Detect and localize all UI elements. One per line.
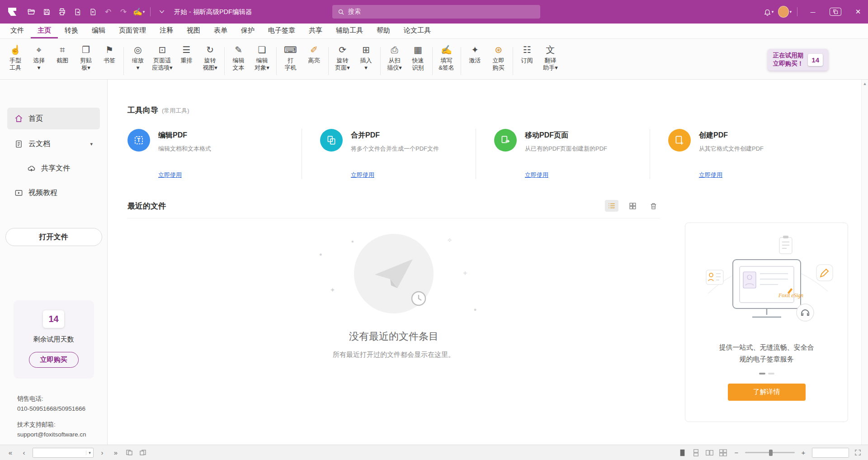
menu-esign[interactable]: 电子签章 — [261, 24, 302, 38]
prev-page-button[interactable]: ‹ — [19, 447, 29, 458]
print-icon[interactable] — [55, 5, 69, 19]
use-now-link[interactable]: 立即使用 — [158, 171, 182, 179]
grid-view-icon[interactable] — [626, 200, 639, 212]
snapshot-button[interactable]: ⌗截图 — [51, 43, 74, 65]
buy-now-button[interactable]: ⊛立即 购买 — [487, 43, 510, 73]
tool-card-move-pdf-pages[interactable]: 移动PDF页面 从已有的PDF页面创建新的PDF 立即使用 — [476, 129, 650, 179]
fill-sign-button[interactable]: ✍填写 &签名 — [435, 43, 458, 73]
hand-tool-button[interactable]: ☝手型 工具 — [4, 43, 27, 73]
select-tool-button[interactable]: ⌖选择 ▾ — [27, 43, 51, 73]
page-fit-icon: ⊡ — [158, 43, 166, 56]
quick-ocr-button[interactable]: ▦快速 识别 — [406, 43, 430, 73]
subscribe-button[interactable]: ☷订阅 — [515, 43, 539, 65]
list-view-icon[interactable] — [605, 200, 618, 212]
menu-protect[interactable]: 保护 — [234, 24, 261, 38]
menu-paper-tools[interactable]: 论文工具 — [397, 24, 438, 38]
typewriter-button[interactable]: ⌨打 字机 — [279, 43, 302, 73]
page-number-combobox[interactable]: ▾ — [33, 448, 94, 458]
highlight-button[interactable]: ✐高亮 — [302, 43, 326, 65]
sidebar-item-home[interactable]: 首页 — [7, 108, 100, 129]
sidebar-item-shared-files[interactable]: 共享文件 — [7, 158, 100, 178]
translate-assistant-button[interactable]: 文翻译 助手▾ — [539, 43, 562, 73]
zoom-level-box[interactable] — [812, 448, 849, 458]
ribbon-mode-icon[interactable] — [155, 5, 169, 19]
menu-comment[interactable]: 注释 — [153, 24, 180, 38]
reflow-button[interactable]: ☰重排 — [175, 43, 198, 65]
bookmark-button[interactable]: ⚑书签 — [98, 43, 121, 65]
save-icon[interactable] — [40, 5, 53, 19]
edit-object-button[interactable]: ❏编辑 对象▾ — [250, 43, 274, 73]
redo-icon[interactable]: ↷ — [117, 5, 130, 19]
menu-help[interactable]: 帮助 — [370, 24, 397, 38]
zoom-slider-thumb[interactable] — [769, 450, 773, 456]
page-fit-options-button[interactable]: ⊡页面适 应选项▾ — [150, 43, 175, 73]
previous-view-button[interactable] — [124, 447, 134, 458]
facing-view-icon[interactable] — [704, 447, 714, 458]
carousel-dot[interactable] — [768, 373, 774, 375]
minimize-button[interactable]: ─ — [803, 4, 823, 20]
zoom-level-input[interactable] — [812, 448, 849, 457]
sidebar-item-cloud-docs[interactable]: 云文档 ▾ — [7, 133, 100, 155]
notifications-bell-icon[interactable]: ▾ — [762, 5, 775, 19]
last-page-button[interactable]: » — [111, 447, 121, 458]
zoom-slider[interactable] — [745, 449, 795, 456]
trial-purchase-badge[interactable]: 正在试用期 立即购买！ 14 — [768, 49, 828, 71]
open-file-icon[interactable] — [24, 5, 38, 19]
close-button[interactable]: ✕ — [848, 4, 868, 20]
menu-page-organize[interactable]: 页面管理 — [112, 24, 153, 38]
menu-view[interactable]: 视图 — [180, 24, 207, 38]
tool-card-merge-pdf[interactable]: 合并PDF 将多个文件合并生成一个PDF文件 立即使用 — [302, 129, 476, 179]
use-now-link[interactable]: 立即使用 — [525, 171, 548, 179]
tool-card-title: 编辑PDF — [158, 131, 211, 140]
sidebar-buy-now-button[interactable]: 立即购买 — [29, 352, 79, 368]
from-scanner-button[interactable]: ⎙从扫 描仪▾ — [383, 43, 406, 73]
search-bar[interactable]: 搜索 — [332, 5, 540, 19]
share-doc-icon[interactable] — [86, 5, 99, 19]
carousel-dot[interactable] — [759, 373, 765, 375]
support-email-label: 技术支持邮箱: — [17, 420, 107, 430]
page-number-input[interactable] — [33, 448, 86, 457]
activate-button[interactable]: ✦激活 — [463, 43, 487, 65]
zoom-button[interactable]: ◎缩放 ▾ — [126, 43, 150, 73]
restore-window-button[interactable] — [826, 4, 845, 20]
next-view-button[interactable] — [138, 447, 148, 458]
use-now-link[interactable]: 立即使用 — [351, 171, 374, 179]
sparkle-decoration: + — [463, 269, 467, 277]
facing-continuous-view-icon[interactable] — [718, 447, 728, 458]
export-pdf-icon[interactable] — [71, 5, 84, 19]
esign-quick-tool-icon[interactable]: ✍▾ — [132, 5, 146, 19]
zoom-out-button[interactable]: − — [731, 447, 741, 458]
sidebar-item-video-tutorials[interactable]: 视频教程 — [7, 182, 100, 204]
menu-edit[interactable]: 编辑 — [85, 24, 112, 38]
menu-accessibility[interactable]: 辅助工具 — [329, 24, 370, 38]
tool-card-edit-pdf[interactable]: T 编辑PDF 编辑文档和文本格式 立即使用 — [127, 129, 302, 179]
open-file-button[interactable]: 打开文件 — [5, 228, 102, 246]
vertical-scrollbar[interactable]: ▲ — [861, 80, 868, 445]
menu-file[interactable]: 文件 — [4, 24, 31, 38]
menu-form[interactable]: 表单 — [207, 24, 234, 38]
zoom-in-button[interactable]: + — [798, 447, 808, 458]
menu-convert[interactable]: 转换 — [58, 24, 85, 38]
use-now-link[interactable]: 立即使用 — [699, 171, 722, 179]
learn-more-button[interactable]: 了解详情 — [728, 384, 806, 401]
undo-icon[interactable]: ↶ — [101, 5, 115, 19]
fullscreen-icon[interactable] — [853, 447, 863, 458]
menu-share[interactable]: 共享 — [302, 24, 329, 38]
clear-recent-trash-icon[interactable] — [646, 200, 660, 212]
account-avatar[interactable]: ▾ — [778, 5, 792, 19]
support-email-address[interactable]: support@foxitsoftware.cn — [17, 430, 107, 440]
tool-label: 编辑 文本 — [233, 57, 245, 72]
single-page-view-icon[interactable] — [677, 447, 687, 458]
rotate-pages-button[interactable]: ⟳旋转 页面▾ — [331, 43, 354, 73]
insert-pages-button[interactable]: ⊞插入 ▾ — [354, 43, 378, 73]
next-page-button[interactable]: › — [97, 447, 107, 458]
scroll-up-icon[interactable]: ▲ — [862, 80, 868, 88]
tool-card-create-pdf[interactable]: 创建PDF 从其它格式文件创建PDF 立即使用 — [650, 129, 824, 179]
menu-home[interactable]: 主页 — [31, 24, 58, 38]
continuous-view-icon[interactable] — [691, 447, 701, 458]
first-page-button[interactable]: « — [5, 447, 15, 458]
clipboard-button[interactable]: ❐剪贴 板▾ — [74, 43, 98, 73]
edit-text-button[interactable]: ✎编辑 文本 — [227, 43, 250, 73]
ocr-icon: ▦ — [414, 43, 422, 56]
rotate-view-button[interactable]: ↻旋转 视图▾ — [198, 43, 222, 73]
